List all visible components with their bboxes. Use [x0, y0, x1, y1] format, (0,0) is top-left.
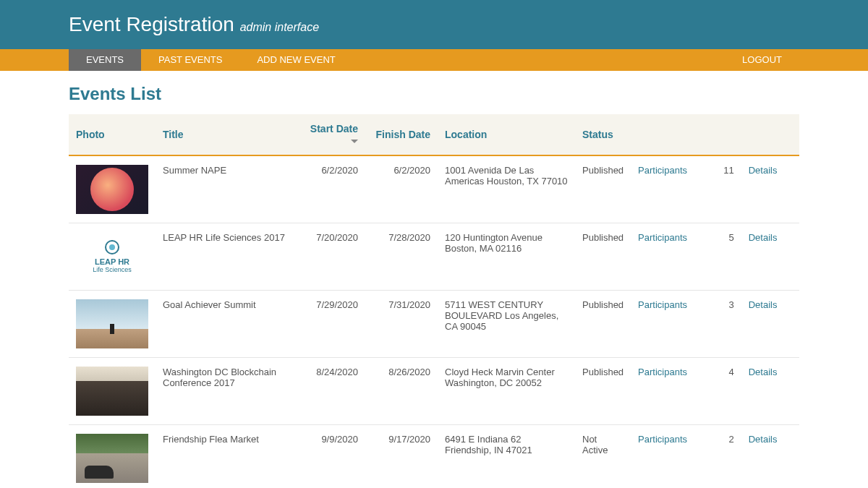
participants-count: 11: [716, 155, 741, 223]
event-status: Not Active: [575, 425, 631, 489]
event-title: Goal Achiever Summit: [156, 291, 293, 358]
col-header-location[interactable]: Location: [438, 114, 575, 155]
col-header-participants: [631, 114, 716, 155]
event-title: Washington DC Blockchain Conference 2017: [156, 358, 293, 425]
event-thumbnail: [76, 299, 148, 348]
event-thumbnail: [76, 434, 148, 483]
participants-link[interactable]: Participants: [638, 232, 687, 243]
events-table: Photo Title Start Date Finish Date Locat…: [69, 114, 799, 488]
participants-count: 3: [716, 291, 741, 358]
col-header-count: [716, 114, 741, 155]
event-thumbnail: LEAP HRLife Sciences: [76, 232, 148, 281]
event-location: 5711 WEST CENTURY BOULEVARD Los Angeles,…: [438, 291, 575, 358]
table-row: Summer NAPE6/2/20206/2/20201001 Avenida …: [69, 155, 799, 223]
table-row: Friendship Flea Market9/9/20209/17/20206…: [69, 425, 799, 489]
sort-desc-icon: [351, 140, 358, 143]
app-title: Event Registration: [69, 13, 234, 35]
event-location: Cloyd Heck Marvin Center Washington, DC …: [438, 358, 575, 425]
event-title: Summer NAPE: [156, 155, 293, 223]
details-link[interactable]: Details: [749, 299, 778, 310]
event-status: Published: [575, 223, 631, 291]
participants-link[interactable]: Participants: [638, 434, 687, 445]
table-row: Washington DC Blockchain Conference 2017…: [69, 358, 799, 425]
participants-count: 5: [716, 223, 741, 291]
event-start-date: 9/9/2020: [293, 425, 365, 489]
col-header-start-date[interactable]: Start Date: [293, 114, 365, 155]
event-start-date: 7/29/2020: [293, 291, 365, 358]
event-finish-date: 6/2/2020: [365, 155, 438, 223]
page-title: Events List: [69, 84, 799, 104]
table-row: LEAP HRLife SciencesLEAP HR Life Science…: [69, 223, 799, 291]
nav-bar: EVENTS PAST EVENTS ADD NEW EVENT LOGOUT: [0, 49, 868, 71]
app-subtitle: admin interface: [240, 21, 319, 33]
event-status: Published: [575, 291, 631, 358]
event-thumbnail: [76, 165, 148, 214]
event-status: Published: [575, 155, 631, 223]
col-header-finish-date[interactable]: Finish Date: [365, 114, 438, 155]
event-finish-date: 7/28/2020: [365, 223, 438, 291]
col-header-status[interactable]: Status: [575, 114, 631, 155]
details-link[interactable]: Details: [749, 367, 778, 377]
details-link[interactable]: Details: [749, 232, 778, 243]
participants-link[interactable]: Participants: [638, 367, 687, 377]
event-start-date: 8/24/2020: [293, 358, 365, 425]
col-header-details: [741, 114, 799, 155]
event-start-date: 7/20/2020: [293, 223, 365, 291]
event-title: Friendship Flea Market: [156, 425, 293, 489]
event-thumbnail: [76, 367, 148, 416]
event-finish-date: 8/26/2020: [365, 358, 438, 425]
event-title: LEAP HR Life Sciences 2017: [156, 223, 293, 291]
participants-link[interactable]: Participants: [638, 299, 687, 310]
col-header-start-label: Start Date: [310, 123, 358, 134]
event-location: 6491 E Indiana 62 Friendship, IN 47021: [438, 425, 575, 489]
event-start-date: 6/2/2020: [293, 155, 365, 223]
table-row: Goal Achiever Summit7/29/20207/31/202057…: [69, 291, 799, 358]
event-location: 120 Huntington Avenue Boston, MA 02116: [438, 223, 575, 291]
nav-past-events[interactable]: PAST EVENTS: [141, 49, 239, 71]
nav-add-new-event[interactable]: ADD NEW EVENT: [239, 49, 352, 71]
event-finish-date: 7/31/2020: [365, 291, 438, 358]
col-header-title[interactable]: Title: [156, 114, 293, 155]
participants-count: 2: [716, 425, 741, 489]
event-location: 1001 Avenida De Las Americas Houston, TX…: [438, 155, 575, 223]
participants-link[interactable]: Participants: [638, 165, 687, 176]
col-header-photo[interactable]: Photo: [69, 114, 156, 155]
event-status: Published: [575, 358, 631, 425]
details-link[interactable]: Details: [749, 434, 778, 445]
details-link[interactable]: Details: [749, 165, 778, 176]
nav-events[interactable]: EVENTS: [69, 49, 141, 71]
event-finish-date: 9/17/2020: [365, 425, 438, 489]
nav-logout[interactable]: LOGOUT: [725, 49, 799, 71]
header-bar: Event Registration admin interface: [0, 0, 868, 49]
participants-count: 4: [716, 358, 741, 425]
